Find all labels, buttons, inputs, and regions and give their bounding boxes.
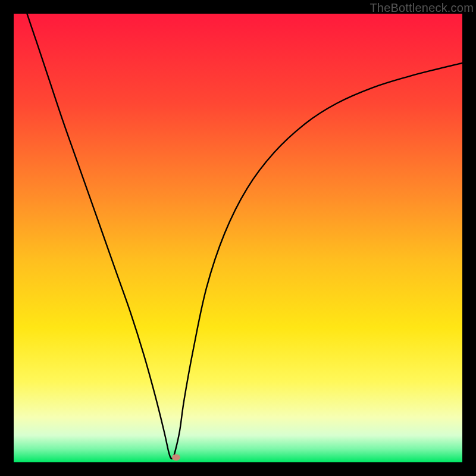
watermark-label: TheBottleneck.com	[369, 1, 474, 15]
chart-frame	[14, 14, 462, 462]
marker-dot	[172, 454, 180, 461]
chart-svg	[14, 14, 462, 462]
